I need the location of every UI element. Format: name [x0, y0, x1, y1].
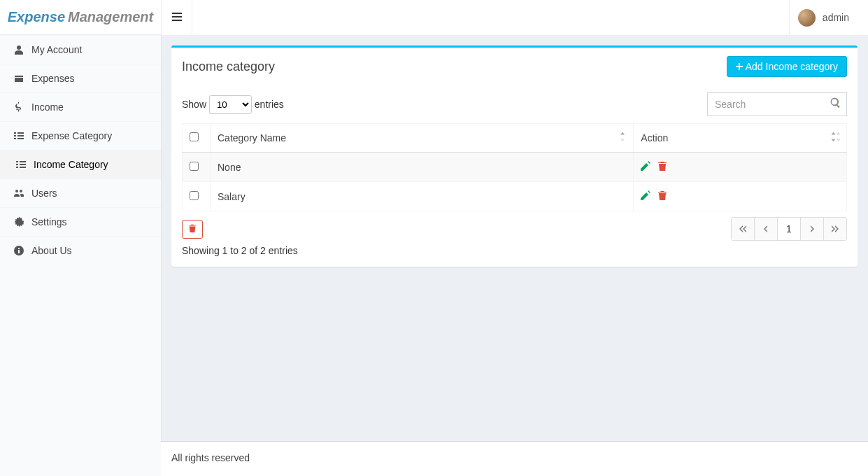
- select-all-checkbox[interactable]: [190, 132, 199, 141]
- sidebar-item-income-category[interactable]: Income Category: [0, 150, 161, 178]
- sidebar-item-my-account[interactable]: My Account: [0, 35, 161, 64]
- entries-select[interactable]: 10: [209, 95, 252, 114]
- sidebar-item-expense-category[interactable]: Expense Category: [0, 121, 161, 150]
- user-menu[interactable]: admin: [790, 0, 858, 35]
- users-icon: [10, 188, 27, 198]
- sort-asc-icon: [618, 132, 627, 144]
- bars-icon: [172, 12, 182, 24]
- sidebar-toggle-button[interactable]: [162, 0, 192, 35]
- list-icon: [10, 131, 27, 141]
- angle-right-icon: [809, 223, 816, 234]
- sidebar-item-label: My Account: [31, 44, 82, 55]
- col-header-label: Category Name: [218, 132, 286, 144]
- sidebar-item-income[interactable]: Income: [0, 92, 161, 121]
- main-sidebar: My Account Expenses Income Expense Categ…: [0, 35, 161, 476]
- angle-double-right-icon: [832, 223, 839, 234]
- cell-category-name: None: [218, 162, 241, 173]
- search-icon: [830, 98, 841, 111]
- pencil-icon: [641, 162, 650, 173]
- table-info: Showing 1 to 2 of 2 entries: [182, 245, 847, 256]
- sidebar-item-label: Income: [31, 102, 64, 113]
- avatar: [798, 9, 816, 27]
- search-input[interactable]: [707, 92, 847, 116]
- sidebar-item-label: Settings: [31, 216, 67, 227]
- top-navbar: admin: [161, 0, 868, 35]
- page-number-label: 1: [786, 223, 792, 234]
- plus-icon: [736, 61, 746, 72]
- sidebar-item-settings[interactable]: Settings: [0, 207, 161, 236]
- page-number-button[interactable]: 1: [778, 218, 800, 240]
- page-title: Income category: [182, 59, 275, 74]
- info-icon: [10, 246, 27, 255]
- show-label: Show: [182, 99, 206, 110]
- col-header-label: Action: [641, 132, 668, 144]
- content-wrapper: Income category Add Income category Show…: [161, 35, 868, 441]
- dollar-icon: [10, 102, 27, 112]
- pagination: 1: [732, 217, 847, 241]
- username-label: admin: [823, 12, 849, 23]
- sidebar-item-label: About Us: [31, 245, 72, 256]
- sidebar-item-label: Expenses: [31, 73, 74, 84]
- col-action[interactable]: Action: [634, 124, 847, 153]
- delete-selected-button[interactable]: [182, 220, 203, 239]
- trash-icon: [188, 224, 197, 234]
- footer-text: All rights reserved: [171, 452, 250, 463]
- add-button-label: Add Income category: [746, 61, 838, 72]
- add-income-category-button[interactable]: Add Income category: [727, 56, 847, 77]
- sidebar-menu: My Account Expenses Income Expense Categ…: [0, 35, 161, 265]
- box-header: Income category Add Income category: [171, 48, 858, 85]
- main-header: Expense Management admin: [0, 0, 868, 35]
- angle-double-left-icon: [739, 223, 746, 234]
- edit-button[interactable]: [641, 161, 650, 173]
- entries-length-control: Show 10 entries: [182, 95, 284, 114]
- cogs-icon: [10, 217, 27, 227]
- row-checkbox[interactable]: [190, 191, 199, 200]
- table-row: Salary: [183, 182, 847, 211]
- page-prev-button[interactable]: [755, 218, 777, 240]
- trash-icon: [657, 162, 667, 173]
- col-category-name[interactable]: Category Name: [211, 124, 634, 153]
- main-box: Income category Add Income category Show…: [171, 46, 858, 267]
- income-category-table: Category Name Action None: [182, 123, 847, 211]
- sidebar-item-users[interactable]: Users: [0, 178, 161, 207]
- credit-card-icon: [10, 74, 27, 83]
- entries-label: entries: [255, 99, 284, 110]
- brand-part1: Expense: [8, 9, 65, 25]
- delete-button[interactable]: [657, 161, 667, 173]
- sidebar-item-about-us[interactable]: About Us: [0, 236, 161, 265]
- angle-left-icon: [762, 223, 769, 234]
- delete-button[interactable]: [657, 190, 667, 202]
- page-first-button[interactable]: [732, 218, 754, 240]
- sidebar-item-label: Income Category: [34, 159, 108, 170]
- main-footer: All rights reserved: [161, 441, 868, 476]
- brand-logo[interactable]: Expense Management: [0, 0, 161, 35]
- list-icon: [13, 160, 29, 169]
- row-checkbox[interactable]: [190, 162, 199, 171]
- sidebar-item-expenses[interactable]: Expenses: [0, 64, 161, 92]
- edit-button[interactable]: [641, 190, 650, 202]
- trash-icon: [657, 191, 667, 202]
- brand-part2: Management: [68, 9, 153, 25]
- cell-category-name: Salary: [218, 191, 246, 202]
- page-next-button[interactable]: [801, 218, 823, 240]
- page-last-button[interactable]: [824, 218, 846, 240]
- table-row: None: [183, 153, 847, 182]
- user-icon: [10, 45, 27, 55]
- sidebar-item-label: Users: [31, 188, 57, 199]
- sidebar-item-label: Expense Category: [31, 130, 112, 141]
- col-select-all: [183, 124, 211, 153]
- sort-icon: [831, 132, 841, 144]
- pencil-icon: [641, 191, 650, 202]
